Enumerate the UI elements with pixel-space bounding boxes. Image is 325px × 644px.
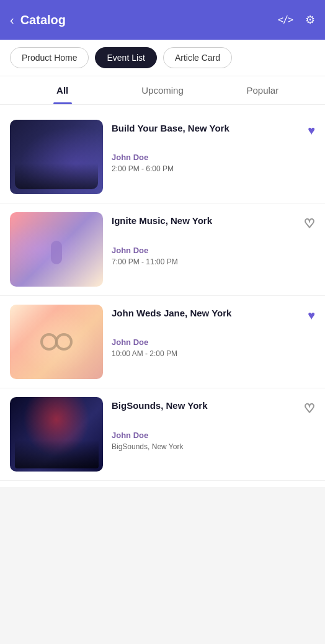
bottom-spacer <box>0 487 325 580</box>
event-time-1: 2:00 PM - 6:00 PM <box>112 164 315 173</box>
event-image-3 <box>10 305 103 379</box>
settings-icon[interactable]: ⚙ <box>305 13 315 27</box>
event-time-4: BigSounds, New York <box>112 442 315 451</box>
event-item-2[interactable]: Ignite Music, New York ♡ John Doe 7:00 P… <box>0 203 325 296</box>
header-left: ‹ Catalog <box>10 13 66 27</box>
filter-tab-upcoming[interactable]: Upcoming <box>112 76 212 104</box>
event-list: Build Your Base, New York ♥ John Doe 2:0… <box>0 105 325 487</box>
back-button[interactable]: ‹ <box>10 13 14 27</box>
tab-event-list[interactable]: Event List <box>95 47 156 68</box>
header: ‹ Catalog </> ⚙ <box>0 0 325 40</box>
filter-tab-all[interactable]: All <box>12 76 112 104</box>
event-item-3[interactable]: John Weds Jane, New York ♥ John Doe 10:0… <box>0 296 325 388</box>
event-title-1: Build Your Base, New York <box>112 122 303 135</box>
heart-icon-2[interactable]: ♡ <box>304 216 315 231</box>
filter-tabs: All Upcoming Popular <box>0 76 325 105</box>
event-item-4[interactable]: BigSounds, New York ♡ John Doe BigSounds… <box>0 388 325 481</box>
event-time-2: 7:00 PM - 11:00 PM <box>112 257 315 266</box>
event-title-4: BigSounds, New York <box>112 400 299 412</box>
tab-bar: Product Home Event List Article Card <box>0 40 325 76</box>
event-info-2: Ignite Music, New York ♡ John Doe 7:00 P… <box>112 212 315 266</box>
event-info-3: John Weds Jane, New York ♥ John Doe 10:0… <box>112 305 315 358</box>
filter-tab-popular[interactable]: Popular <box>213 76 313 104</box>
event-title-row-4: BigSounds, New York ♡ <box>112 400 315 416</box>
header-title: Catalog <box>20 13 66 27</box>
event-time-3: 10:00 AM - 2:00 PM <box>112 349 315 358</box>
event-item-1[interactable]: Build Your Base, New York ♥ John Doe 2:0… <box>0 111 325 203</box>
tab-product-home[interactable]: Product Home <box>10 47 89 68</box>
event-title-row-2: Ignite Music, New York ♡ <box>112 215 315 231</box>
header-right: </> ⚙ <box>278 13 315 27</box>
event-image-2 <box>10 212 103 287</box>
code-icon[interactable]: </> <box>278 14 293 25</box>
heart-icon-4[interactable]: ♡ <box>304 401 315 416</box>
event-title-row-3: John Weds Jane, New York ♥ <box>112 307 315 323</box>
event-organizer-1: John Doe <box>112 153 315 162</box>
event-title-2: Ignite Music, New York <box>112 215 299 227</box>
event-organizer-4: John Doe <box>112 431 315 440</box>
event-image-4 <box>10 397 103 472</box>
event-image-1 <box>10 120 103 194</box>
tab-article-card[interactable]: Article Card <box>163 47 232 68</box>
event-organizer-2: John Doe <box>112 246 315 255</box>
heart-icon-3[interactable]: ♥ <box>308 308 315 323</box>
event-organizer-3: John Doe <box>112 338 315 347</box>
event-info-1: Build Your Base, New York ♥ John Doe 2:0… <box>112 120 315 173</box>
event-title-3: John Weds Jane, New York <box>112 307 303 320</box>
heart-icon-1[interactable]: ♥ <box>308 123 315 138</box>
event-title-row-1: Build Your Base, New York ♥ <box>112 122 315 138</box>
event-info-4: BigSounds, New York ♡ John Doe BigSounds… <box>112 397 315 451</box>
